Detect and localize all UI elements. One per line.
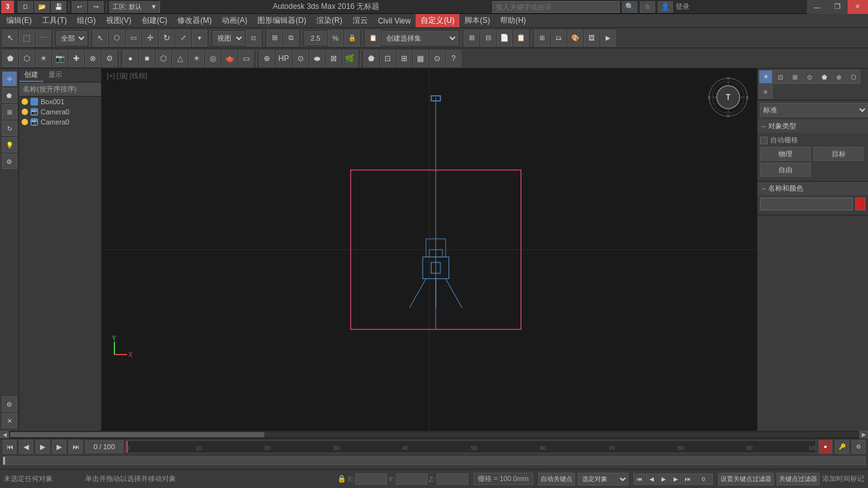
save-btn[interactable]: 💾 <box>51 1 66 13</box>
menu-customize[interactable]: 自定义(U) <box>416 14 459 27</box>
rp-color-swatch[interactable] <box>855 198 865 210</box>
select-center-btn[interactable]: ⊞ <box>267 30 282 46</box>
obj-extra8-btn[interactable]: ⊡ <box>380 50 395 67</box>
lp-display-tab[interactable]: 💡 <box>2 137 17 152</box>
layer-btn[interactable]: 📄 <box>497 30 512 46</box>
obj-extra5-btn[interactable]: ⊠ <box>326 50 341 67</box>
create-system-btn[interactable]: ⚙ <box>102 50 117 67</box>
redo-btn[interactable]: ↪ <box>88 1 104 13</box>
create-light-btn[interactable]: ☀ <box>36 50 51 67</box>
lock-btn[interactable]: 🔒 <box>344 30 360 46</box>
key-filter-btn[interactable]: ⚙ <box>851 440 865 454</box>
open-btn[interactable]: 📂 <box>34 1 50 13</box>
mirror2-btn[interactable]: ⊞ <box>464 30 479 46</box>
next-frame-btn[interactable]: ⏭ <box>69 440 83 454</box>
scene-tab-select[interactable]: 创建 <box>19 69 43 82</box>
menu-view[interactable]: 视图(V) <box>101 14 137 27</box>
rp-name-input[interactable] <box>760 198 853 210</box>
next-key-btn[interactable]: ▶ <box>52 440 66 454</box>
select-move-btn[interactable]: ↖ <box>3 30 18 46</box>
render-btn[interactable]: 🖼 <box>584 30 599 46</box>
pivot-btn[interactable]: ⊡ <box>246 30 261 46</box>
lp-snap-btn[interactable]: ✕ <box>2 413 17 428</box>
menu-scripting[interactable]: 脚本(S) <box>459 14 495 27</box>
prev-frame-btn[interactable]: ⏮ <box>3 440 17 454</box>
rp-mode-select[interactable]: 标准 <box>760 103 868 117</box>
lp-hierarchy-tab[interactable]: ⊞ <box>2 104 17 119</box>
menu-create[interactable]: 创建(C) <box>137 14 173 27</box>
set-key-filter-btn[interactable]: 设置关键点过滤器 <box>718 473 774 485</box>
ribbon-btn[interactable]: ⊞ <box>534 30 550 46</box>
obj-teapot-btn[interactable]: 🫖 <box>222 50 237 67</box>
auto-key-btn[interactable]: ● <box>818 440 832 454</box>
menu-cloud[interactable]: 渲云 <box>348 14 373 27</box>
menu-graph-editor[interactable]: 图形编辑器(D) <box>252 14 311 27</box>
obj-plane-btn[interactable]: ▭ <box>238 50 254 67</box>
viewport[interactable]: [+] [顶] [线框] T Y Y X X <box>102 69 757 431</box>
rp-sun-btn[interactable]: ☀ <box>759 70 773 84</box>
user-btn[interactable]: 👤 <box>658 1 673 13</box>
rp-render2-btn[interactable]: ⬟ <box>817 70 831 84</box>
search-input[interactable] <box>492 1 620 13</box>
key-filter-menu-btn[interactable]: 关键点过滤器 <box>776 473 820 485</box>
close-btn[interactable]: ✕ <box>848 0 868 14</box>
rp-scene-btn[interactable]: ⊙ <box>803 70 817 84</box>
scale-dropdown-btn[interactable]: ▼ <box>192 30 207 46</box>
create-space-btn[interactable]: ⊗ <box>85 50 100 67</box>
create-shape-btn[interactable]: ⬡ <box>19 50 34 67</box>
status-play-btn[interactable]: ▶ <box>658 473 669 485</box>
obj-extra7-btn[interactable]: ⬟ <box>363 50 379 67</box>
obj-extra4-btn[interactable]: ⬬ <box>309 50 325 67</box>
create-geo-btn[interactable]: ⬟ <box>3 50 18 67</box>
rp-auto-grid-checkbox[interactable] <box>760 137 768 144</box>
select-object-select[interactable]: 选定对象 <box>578 473 628 485</box>
selection-filter-btn[interactable]: ⋯ <box>36 30 51 46</box>
mirror-btn[interactable]: ⧉ <box>283 30 299 46</box>
timeline-track[interactable]: 0 10 20 30 40 50 60 70 80 90 100 <box>126 440 816 453</box>
menu-modifier[interactable]: 修改器(M) <box>172 14 217 27</box>
rp-extra1-btn[interactable]: ⊗ <box>832 70 846 84</box>
obj-cyl-btn[interactable]: ⬡ <box>156 50 171 67</box>
lp-modify-tab[interactable]: ⬟ <box>2 88 17 103</box>
status-frame-num[interactable]: 0 <box>694 473 713 485</box>
rect-select-btn[interactable]: ▭ <box>126 30 141 46</box>
autokey-btn[interactable]: 自动关键点 <box>538 473 575 485</box>
obj-box-btn[interactable]: ■ <box>139 50 154 67</box>
create-helper-btn[interactable]: ✚ <box>69 50 84 67</box>
lp-motion-tab[interactable]: ↻ <box>2 121 17 136</box>
prev-key-btn[interactable]: ◀ <box>19 440 33 454</box>
rp-extra2-btn[interactable]: ⬡ <box>846 70 860 84</box>
obj-sphere-btn[interactable]: ● <box>123 50 138 67</box>
frame-counter[interactable]: 0 / 100 <box>85 440 123 453</box>
status-prev-key-btn[interactable]: ◀ <box>646 473 657 485</box>
rp-name-color-header[interactable]: − 名称和颜色 <box>757 182 868 195</box>
move-btn[interactable]: ✛ <box>142 30 158 46</box>
scene-item-camera0a[interactable]: 📷 Camera0 <box>19 107 101 117</box>
obj-extra1-btn[interactable]: ⊕ <box>259 50 275 67</box>
named-sel-select[interactable]: 创建选择集 <box>382 31 458 45</box>
lp-filter-btn[interactable]: ⚙ <box>2 396 17 412</box>
create-camera-btn[interactable]: 📷 <box>52 50 67 67</box>
scene-item-box001[interactable]: Box001 <box>19 97 101 107</box>
menu-civil-view[interactable]: Civil View <box>373 15 416 27</box>
zoom-percent-input[interactable] <box>304 31 327 45</box>
scene-explorer-btn[interactable]: 🗂 <box>551 30 566 46</box>
lp-utilities-tab[interactable]: ⚙ <box>2 154 17 169</box>
rp-target-btn[interactable]: ⊡ <box>773 70 787 84</box>
scroll-track[interactable] <box>10 432 858 437</box>
y-input[interactable] <box>396 473 428 485</box>
restore-btn[interactable]: ❐ <box>827 0 848 14</box>
time-slider[interactable] <box>3 456 865 465</box>
star-btn[interactable]: ☆ <box>640 1 655 13</box>
menu-animation[interactable]: 动画(A) <box>217 14 252 27</box>
ref-coord-select[interactable]: 视图 <box>213 31 245 45</box>
obj-extra6-btn[interactable]: 🌿 <box>342 50 358 67</box>
menu-render[interactable]: 渲染(R) <box>311 14 348 27</box>
obj-extra2-btn[interactable]: HP <box>276 50 292 67</box>
rotate-btn[interactable]: ↻ <box>159 30 174 46</box>
obj-extra10-btn[interactable]: ▦ <box>413 50 428 67</box>
render-frame-btn[interactable]: ▶ <box>600 30 616 46</box>
obj-extra11-btn[interactable]: ⊙ <box>430 50 445 67</box>
rp-object-type-header[interactable]: − 对象类型 <box>757 119 868 133</box>
obj-cone-btn[interactable]: △ <box>172 50 187 67</box>
